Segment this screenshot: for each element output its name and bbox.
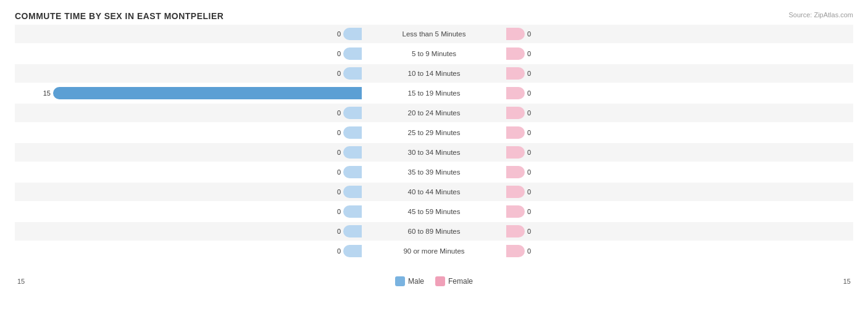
row-label: 25 to 29 Minutes — [363, 129, 505, 136]
male-value: 0 — [323, 109, 341, 117]
chart-row: 1515 to 19 Minutes0 — [15, 84, 853, 102]
male-bar-zero — [343, 107, 362, 119]
row-label: 30 to 34 Minutes — [363, 149, 505, 156]
male-bar-container: 15 — [15, 84, 363, 102]
female-bar-container: 0 — [505, 123, 853, 142]
female-value: 0 — [527, 70, 545, 77]
row-label: 45 to 59 Minutes — [363, 208, 505, 215]
male-value: 0 — [323, 129, 341, 136]
male-value: 0 — [323, 149, 341, 156]
male-bar-container: 0 — [15, 25, 363, 43]
chart-footer: 15 Male Female 15 — [15, 276, 853, 286]
axis-left-min: 15 — [17, 278, 25, 285]
row-label: 15 to 19 Minutes — [363, 89, 505, 97]
female-bar — [506, 186, 525, 198]
legend-male-label: Male — [408, 277, 424, 286]
row-label: 10 to 14 Minutes — [363, 70, 505, 77]
chart-row: 035 to 39 Minutes0 — [15, 163, 853, 181]
female-value: 0 — [527, 129, 545, 136]
female-value: 0 — [527, 30, 545, 38]
male-bar-container: 0 — [15, 123, 363, 142]
male-bar-zero — [343, 146, 362, 159]
chart-title: COMMUTE TIME BY SEX IN EAST MONTPELIER — [15, 11, 853, 21]
female-bar — [506, 47, 525, 60]
male-bar-container: 0 — [15, 44, 363, 63]
male-bar-zero — [343, 186, 362, 198]
male-bar-zero — [343, 67, 362, 80]
female-value: 0 — [527, 50, 545, 57]
legend-female: Female — [435, 276, 473, 286]
row-label: 35 to 39 Minutes — [363, 168, 505, 176]
male-bar-zero — [343, 205, 362, 218]
female-bar — [506, 225, 525, 237]
male-value: 0 — [323, 228, 341, 235]
male-bar-container: 0 — [15, 64, 363, 83]
female-bar — [506, 146, 525, 159]
chart-row: 040 to 44 Minutes0 — [15, 183, 853, 201]
chart-container: COMMUTE TIME BY SEX IN EAST MONTPELIER S… — [0, 0, 868, 322]
male-bar-zero — [343, 47, 362, 60]
male-value: 0 — [323, 168, 341, 176]
row-label: 20 to 24 Minutes — [363, 109, 505, 117]
legend-male: Male — [395, 276, 424, 286]
female-bar-container: 0 — [505, 183, 853, 201]
female-bar-container: 0 — [505, 242, 853, 260]
row-label: 40 to 44 Minutes — [363, 188, 505, 196]
female-bar — [506, 28, 525, 40]
female-bar-container: 0 — [505, 104, 853, 122]
axis-right-min: 15 — [843, 278, 851, 285]
female-bar — [506, 205, 525, 218]
row-label: 90 or more Minutes — [363, 247, 505, 255]
female-value: 0 — [527, 109, 545, 117]
female-bar-container: 0 — [505, 163, 853, 181]
chart-row: 0Less than 5 Minutes0 — [15, 25, 853, 43]
chart-row: 025 to 29 Minutes0 — [15, 123, 853, 142]
chart-row: 060 to 89 Minutes0 — [15, 222, 853, 241]
female-bar-container: 0 — [505, 25, 853, 43]
chart-row: 05 to 9 Minutes0 — [15, 44, 853, 63]
male-bar-container: 0 — [15, 183, 363, 201]
female-bar — [506, 126, 525, 139]
female-value: 0 — [527, 149, 545, 156]
chart-area: 0Less than 5 Minutes005 to 9 Minutes0010… — [15, 25, 853, 271]
female-bar-container: 0 — [505, 44, 853, 63]
female-bar — [506, 107, 525, 119]
male-value: 0 — [323, 247, 341, 255]
female-value: 0 — [527, 89, 545, 97]
female-bar — [506, 166, 525, 178]
male-value: 0 — [323, 30, 341, 38]
female-value: 0 — [527, 208, 545, 215]
female-bar — [506, 67, 525, 80]
female-bar-container: 0 — [505, 84, 853, 102]
male-bar-container: 0 — [15, 202, 363, 221]
chart-row: 090 or more Minutes0 — [15, 242, 853, 260]
male-bar-zero — [343, 166, 362, 178]
male-bar — [53, 87, 362, 99]
female-value: 0 — [527, 188, 545, 196]
male-bar-zero — [343, 28, 362, 40]
row-label: Less than 5 Minutes — [363, 30, 505, 38]
male-value: 0 — [323, 50, 341, 57]
female-bar-container: 0 — [505, 143, 853, 162]
male-bar-container: 0 — [15, 143, 363, 162]
legend-female-label: Female — [448, 277, 473, 286]
chart-row: 045 to 59 Minutes0 — [15, 202, 853, 221]
female-value: 0 — [527, 228, 545, 235]
source-label: Source: ZipAtlas.com — [788, 11, 853, 19]
male-bar-zero — [343, 225, 362, 237]
female-bar-container: 0 — [505, 202, 853, 221]
row-label: 5 to 9 Minutes — [363, 50, 505, 57]
male-bar-container: 0 — [15, 242, 363, 260]
chart-row: 030 to 34 Minutes0 — [15, 143, 853, 162]
legend-female-box — [435, 276, 445, 286]
chart-row: 010 to 14 Minutes0 — [15, 64, 853, 83]
row-label: 60 to 89 Minutes — [363, 228, 505, 235]
male-value: 0 — [323, 188, 341, 196]
legend: Male Female — [395, 276, 473, 286]
male-bar-container: 0 — [15, 222, 363, 241]
female-bar — [506, 245, 525, 257]
female-value: 0 — [527, 168, 545, 176]
male-bar-container: 0 — [15, 163, 363, 181]
female-bar-container: 0 — [505, 64, 853, 83]
female-bar-container: 0 — [505, 222, 853, 241]
